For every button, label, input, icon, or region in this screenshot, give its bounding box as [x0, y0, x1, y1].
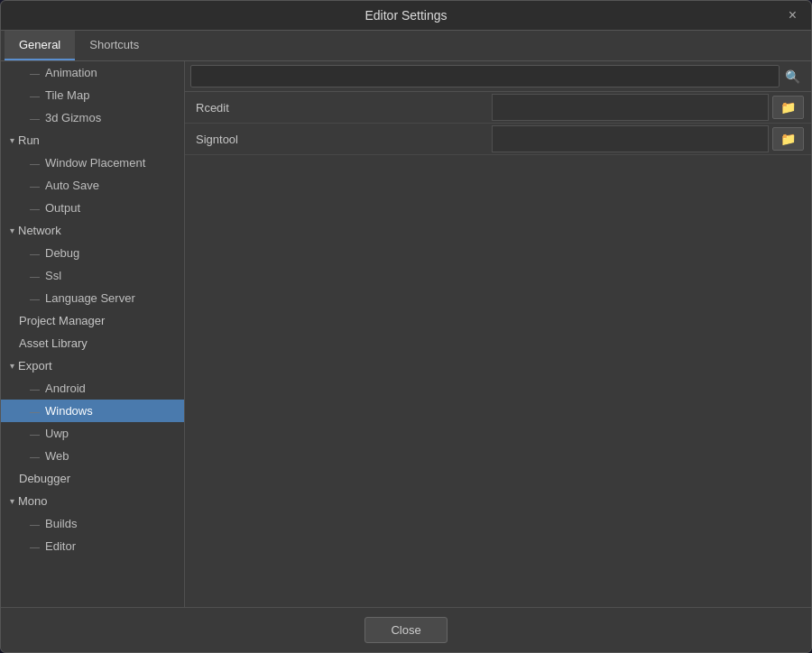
sidebar-item-language-server-label: Language Server — [45, 291, 135, 305]
sidebar-group-export-label: Export — [18, 359, 52, 372]
content-area: 🔍 Rcedit 📁 Signtool 📁 — [185, 61, 811, 607]
editor-settings-dialog: Editor Settings × General Shortcuts Anim… — [0, 0, 812, 653]
sidebar-item-3d-gizmos-label: 3d Gizmos — [45, 111, 101, 124]
sidebar-item-windows[interactable]: Windows — [1, 400, 184, 422]
sidebar-item-window-placement-label: Window Placement — [45, 156, 145, 170]
rcedit-folder-button[interactable]: 📁 — [772, 96, 804, 119]
sidebar-group-network[interactable]: ▾ Network — [1, 219, 184, 242]
rcedit-value-input[interactable] — [492, 94, 769, 121]
sidebar-item-uwp-label: Uwp — [45, 427, 69, 440]
tab-general[interactable]: General — [5, 31, 75, 60]
sidebar-item-window-placement[interactable]: Window Placement — [1, 152, 184, 174]
sidebar-item-language-server[interactable]: Language Server — [1, 287, 184, 309]
dialog-title: Editor Settings — [364, 8, 447, 23]
sidebar-group-run-label: Run — [18, 133, 40, 147]
sidebar-item-auto-save-label: Auto Save — [45, 179, 99, 192]
sidebar-item-uwp[interactable]: Uwp — [1, 422, 184, 445]
sidebar-item-output-label: Output — [45, 201, 80, 215]
rcedit-label: Rcedit — [185, 96, 492, 120]
search-input[interactable] — [190, 65, 780, 87]
sidebar-item-android[interactable]: Android — [1, 377, 184, 400]
signtool-label: Signtool — [185, 127, 492, 152]
sidebar-item-builds[interactable]: Builds — [1, 512, 184, 535]
sidebar-item-animation[interactable]: Animation — [1, 61, 184, 84]
sidebar-item-asset-library[interactable]: Asset Library — [1, 332, 184, 354]
dialog-footer: Close — [1, 607, 811, 652]
sidebar-item-debugger[interactable]: Debugger — [1, 467, 184, 490]
search-icon-button[interactable]: 🔍 — [780, 66, 806, 87]
run-arrow-icon: ▾ — [10, 135, 14, 145]
sidebar-item-windows-label: Windows — [45, 404, 93, 418]
sidebar-item-web[interactable]: Web — [1, 445, 184, 467]
sidebar-item-editor[interactable]: Editor — [1, 535, 184, 557]
sidebar-item-builds-label: Builds — [45, 517, 77, 530]
footer-close-button[interactable]: Close — [364, 617, 447, 643]
settings-list: Rcedit 📁 Signtool 📁 — [185, 92, 811, 607]
sidebar-item-project-manager-label: Project Manager — [19, 314, 105, 327]
close-icon-button[interactable]: × — [783, 6, 802, 24]
sidebar-item-3d-gizmos[interactable]: 3d Gizmos — [1, 106, 184, 129]
sidebar-item-tile-map-label: Tile Map — [45, 88, 89, 102]
table-row: Rcedit 📁 — [185, 92, 811, 124]
export-arrow-icon: ▾ — [10, 361, 14, 371]
sidebar-group-network-label: Network — [18, 224, 61, 237]
table-row: Signtool 📁 — [185, 124, 811, 155]
sidebar-item-web-label: Web — [45, 449, 69, 463]
sidebar-item-debug[interactable]: Debug — [1, 242, 184, 264]
tabs-row: General Shortcuts — [1, 31, 811, 61]
sidebar-item-project-manager[interactable]: Project Manager — [1, 309, 184, 332]
sidebar-group-run[interactable]: ▾ Run — [1, 129, 184, 152]
sidebar-item-android-label: Android — [45, 382, 86, 395]
sidebar-group-export[interactable]: ▾ Export — [1, 354, 184, 377]
sidebar-item-output[interactable]: Output — [1, 197, 184, 219]
sidebar-item-ssl-label: Ssl — [45, 269, 61, 282]
sidebar-item-debugger-label: Debugger — [19, 472, 70, 485]
tab-shortcuts[interactable]: Shortcuts — [75, 31, 153, 60]
sidebar-item-debug-label: Debug — [45, 246, 79, 260]
dialog-body: Animation Tile Map 3d Gizmos ▾ Run Windo… — [1, 61, 811, 607]
mono-arrow-icon: ▾ — [10, 496, 14, 506]
sidebar-item-animation-label: Animation — [45, 66, 97, 79]
network-arrow-icon: ▾ — [10, 225, 14, 235]
titlebar: Editor Settings × — [1, 1, 811, 31]
sidebar-group-mono-label: Mono — [18, 494, 48, 508]
sidebar: Animation Tile Map 3d Gizmos ▾ Run Windo… — [1, 61, 185, 607]
signtool-folder-button[interactable]: 📁 — [772, 127, 804, 151]
sidebar-item-tile-map[interactable]: Tile Map — [1, 84, 184, 106]
sidebar-item-ssl[interactable]: Ssl — [1, 264, 184, 287]
signtool-value-input[interactable] — [492, 125, 769, 152]
sidebar-item-asset-library-label: Asset Library — [19, 336, 88, 350]
search-bar-row: 🔍 — [185, 61, 811, 92]
sidebar-group-mono[interactable]: ▾ Mono — [1, 490, 184, 512]
sidebar-item-auto-save[interactable]: Auto Save — [1, 174, 184, 197]
sidebar-item-editor-label: Editor — [45, 539, 76, 553]
